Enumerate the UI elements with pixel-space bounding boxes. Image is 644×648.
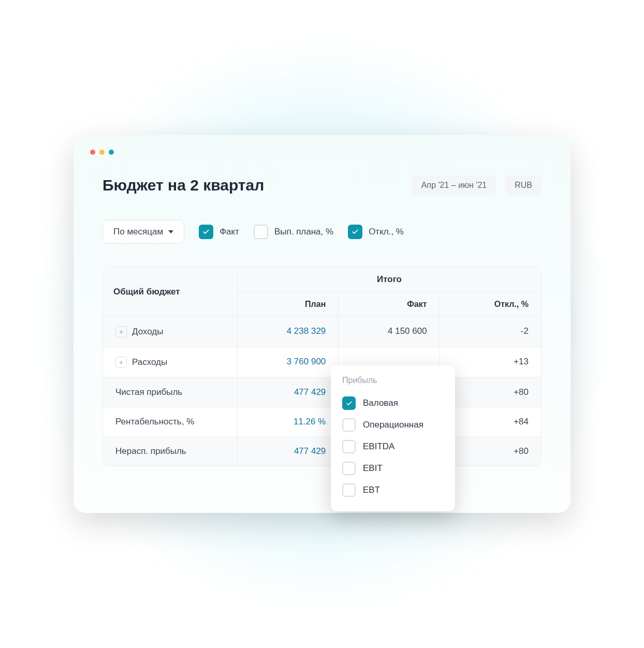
popup-option[interactable]: Операционная (342, 414, 444, 436)
option-deviation-label: Откл., % (369, 227, 404, 237)
popup-option[interactable]: EBT (342, 479, 444, 501)
row-label: Рентабельность, % (115, 417, 194, 427)
popup-option-label: Операционная (363, 420, 423, 430)
col-header-plan: План (238, 292, 339, 316)
popup-option-checkbox[interactable] (342, 440, 356, 453)
col-header-fact: Факт (339, 292, 440, 316)
option-deviation[interactable]: Откл., % (348, 225, 404, 239)
row-label-cell: Нерасп. прибыль (103, 437, 238, 466)
option-plan-exec-label: Вып. плана, % (274, 227, 333, 237)
table-row: Нерасп. прибыль477 429+80 (103, 436, 541, 466)
popup-option-checkbox[interactable] (342, 483, 356, 497)
popup-option-checkbox[interactable] (342, 418, 356, 432)
app-window: Бюджет на 2 квартал Апр '21 – июн '21 RU… (74, 135, 570, 513)
caret-down-icon (168, 230, 173, 233)
checkbox-plan-exec[interactable] (254, 225, 268, 239)
cell-plan[interactable]: 477 429 (238, 378, 339, 407)
cell-plan[interactable]: 11.26 % (238, 407, 339, 436)
window-traffic-lights (74, 150, 570, 155)
checkbox-deviation[interactable] (348, 225, 362, 239)
row-label-cell: Чистая прибыль (103, 378, 238, 407)
table-row: +Расходы3 760 900+13 (103, 347, 541, 377)
minimize-icon[interactable] (99, 150, 105, 155)
option-plan-exec[interactable]: Вып. плана, % (254, 225, 333, 239)
table-group-header: Итого (238, 267, 541, 292)
popup-option-checkbox[interactable] (342, 396, 356, 410)
row-label: Нерасп. прибыль (115, 446, 186, 456)
controls-row: По месяцам Факт Вып. плана, % Откл., % (103, 220, 541, 244)
cell-deviation: -2 (440, 317, 541, 347)
popup-title: Прибыль (342, 376, 444, 385)
page-header: Бюджет на 2 квартал Апр '21 – июн '21 RU… (103, 175, 541, 195)
popup-option-label: Валовая (363, 398, 398, 408)
option-fact-label: Факт (219, 227, 239, 237)
cell-plan[interactable]: 3 760 900 (238, 347, 339, 377)
popup-option-checkbox[interactable] (342, 462, 356, 475)
cell-plan[interactable]: 477 429 (238, 437, 339, 466)
row-label-cell: Рентабельность, % (103, 407, 238, 436)
checkbox-fact[interactable] (199, 225, 213, 239)
option-fact[interactable]: Факт (199, 225, 239, 239)
maximize-icon[interactable] (109, 150, 114, 155)
page-title: Бюджет на 2 квартал (103, 176, 264, 194)
popup-option[interactable]: EBIT (342, 458, 444, 479)
row-label: Доходы (132, 327, 164, 337)
table-row: Чистая прибыль477 429+80 (103, 377, 541, 407)
profit-popup: Прибыль ВаловаяОперационнаяEBITDAEBITEBT (331, 365, 455, 511)
group-by-label: По месяцам (113, 227, 163, 237)
popup-option-label: EBITDA (363, 441, 394, 452)
popup-option[interactable]: Валовая (342, 392, 444, 414)
table-row: Рентабельность, %11.26 %+84 (103, 407, 541, 436)
period-chip[interactable]: Апр '21 – июн '21 (412, 175, 496, 195)
table-corner-label: Общий бюджет (103, 267, 238, 316)
group-by-dropdown[interactable]: По месяцам (103, 220, 184, 244)
row-label-cell: +Доходы (103, 317, 238, 347)
budget-table: Общий бюджет Итого План Факт Откл., % +Д… (103, 267, 541, 466)
popup-option[interactable]: EBITDA (342, 436, 444, 458)
table-row: +Доходы4 238 3294 150 600-2 (103, 316, 541, 347)
close-icon[interactable] (90, 150, 95, 155)
popup-option-label: EBIT (363, 463, 383, 474)
col-header-dev: Откл., % (440, 292, 541, 316)
row-label: Расходы (132, 357, 167, 367)
cell-plan[interactable]: 4 238 329 (238, 317, 339, 347)
expand-icon[interactable]: + (115, 326, 127, 337)
cell-fact: 4 150 600 (339, 317, 440, 347)
row-label-cell: +Расходы (103, 347, 238, 377)
expand-icon[interactable]: + (115, 357, 127, 368)
popup-option-label: EBT (363, 485, 380, 495)
currency-chip[interactable]: RUB (505, 175, 541, 195)
row-label: Чистая прибыль (115, 387, 182, 397)
